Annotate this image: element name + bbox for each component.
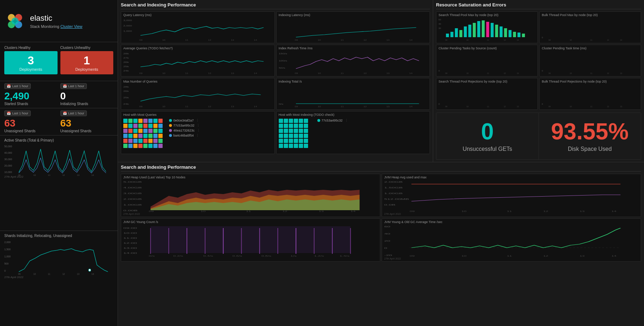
- svg-text:3,000: 3,000: [123, 19, 132, 22]
- disk-space-metric: 93.55% Disk Space Used: [539, 113, 641, 159]
- started-shards-label: Started Shards: [4, 102, 58, 106]
- clusters-healthy-value: 3: [28, 54, 34, 67]
- svg-text:11: 11: [590, 72, 593, 74]
- legend-item-1: 0e0ce34af2a7 ⋮: [169, 119, 200, 122]
- started-shards-value: 2,490: [4, 90, 58, 102]
- svg-text:2,000: 2,000: [123, 25, 132, 27]
- unassigned-shards-1-value: 63: [4, 118, 58, 129]
- svg-rect-101: [133, 129, 138, 133]
- clusters-healthy-card[interactable]: 3 Deployments: [4, 51, 58, 74]
- chart-avg-queries-title: Average Queries (TODO fetches?): [123, 46, 272, 50]
- active-shards-title: Active Shards (Total & Primary): [4, 138, 113, 142]
- svg-rect-142: [304, 124, 308, 128]
- svg-rect-150: [284, 134, 288, 138]
- svg-text:10,000: 10,000: [4, 171, 12, 173]
- svg-rect-102: [138, 129, 143, 133]
- clusters-unhealthy-value: 1: [84, 54, 90, 67]
- unassigned-shards-1-block: 📅 Last 1 hour 63 Unassigned Shards: [4, 110, 58, 133]
- svg-text:13: 13: [620, 105, 622, 107]
- svg-text:12: 12: [208, 73, 211, 74]
- svg-rect-89: [153, 119, 158, 123]
- svg-rect-121: [153, 139, 158, 143]
- chart-cluster-pending-tasks-source-svg: 0 09 10 11 12 13: [439, 51, 535, 74]
- svg-text:50,000: 50,000: [4, 145, 12, 148]
- chart-indexing-latency-title: Indexing Latency (ms): [279, 13, 428, 17]
- svg-text:10: 10: [200, 210, 205, 212]
- svg-text:1,000: 1,000: [4, 255, 11, 258]
- legend-dot-4: [169, 134, 172, 137]
- svg-rect-164: [294, 144, 298, 148]
- top-section: Search and Indexing Performance Query La…: [118, 0, 644, 162]
- svg-text:09: 09: [410, 255, 415, 257]
- host-heatmaps-row: Host with Most Queries // Will be genera…: [121, 111, 430, 154]
- svg-text:11: 11: [185, 106, 188, 107]
- svg-text:0.6/s: 0.6/s: [232, 255, 242, 257]
- svg-text:1.2/s: 1.2/s: [314, 255, 324, 257]
- clusters-healthy-sub: Deployments: [19, 67, 42, 71]
- svg-rect-96: [148, 124, 153, 128]
- svg-text:0.2/s: 0.2/s: [173, 255, 183, 257]
- svg-text:09: 09: [445, 105, 447, 107]
- disk-space-value: 93.55%: [551, 120, 629, 143]
- svg-text:11: 11: [341, 106, 344, 107]
- svg-rect-109: [133, 134, 138, 138]
- svg-rect-137: [279, 124, 283, 128]
- chart-jvm-gc-young-svg: 09:00 10:00 11:00 12:00 13:00 14:00: [123, 224, 378, 257]
- svg-text:12: 12: [504, 72, 506, 74]
- svg-text:09: 09: [445, 72, 447, 74]
- host-most-indexing-panel: Host with Most Indexing (TODO check): [276, 111, 430, 154]
- bottom-section: Search and Indexing Performance JVM Heap…: [118, 162, 644, 326]
- svg-rect-117: [133, 139, 138, 143]
- chart-bulk-thread-pool-max-title: Bulk Thread Pool Max by node (top 20): [542, 13, 639, 17]
- svg-text:0/s: 0/s: [149, 255, 155, 257]
- svg-point-23: [89, 269, 91, 271]
- svg-text:13: 13: [77, 174, 79, 176]
- svg-text:26k: 26k: [123, 61, 129, 64]
- svg-rect-116: [128, 139, 133, 143]
- legend-label-3: 46ea1732623c: [173, 129, 195, 132]
- initializing-shards-time: 📅 Last 1 hour: [60, 83, 87, 89]
- svg-text:11: 11: [48, 273, 50, 275]
- active-shards-chart: 50,000 40,000 30,000 20,000 10,000 09 10…: [4, 144, 113, 176]
- svg-rect-92: [128, 124, 133, 128]
- clusters-unhealthy-card[interactable]: 1 Deployments: [60, 51, 114, 74]
- legend-label-1: 0e0ce34af2a7: [173, 119, 194, 122]
- svg-rect-115: [123, 139, 128, 143]
- clusters-unhealthy-sub: Deployments: [75, 67, 98, 71]
- svg-text:20,000: 20,000: [4, 164, 12, 167]
- svg-rect-153: [299, 134, 303, 138]
- chart-cluster-pending-tasks-source-title: Cluster Pending Tasks by Source (count): [439, 46, 535, 50]
- shards-metric-row-2: 📅 Last 1 hour 63 Unassigned Shards 📅 Las…: [4, 110, 113, 133]
- main-layout: elastic Stack Monitoring Cluster View Cl…: [0, 0, 644, 326]
- unsuccessful-gets-metric: 0 Unsuccessful GETs: [436, 113, 539, 159]
- started-shards-block: 📅 Last 1 hour 2,490 Started Shards: [4, 83, 58, 106]
- svg-text:14: 14: [254, 73, 257, 74]
- chart-jvm-heap-used-svg: 5.00GB 4.00GB 3.00GB 2.00GB 1.00GB 0.00B…: [123, 180, 378, 212]
- svg-text:12: 12: [363, 39, 367, 41]
- svg-text:60: 60: [384, 226, 390, 228]
- svg-text:1,500: 1,500: [4, 248, 11, 251]
- svg-text:11:00: 11:00: [123, 237, 137, 239]
- svg-rect-163: [289, 144, 293, 148]
- svg-rect-98: [158, 124, 163, 128]
- svg-rect-85: [133, 119, 138, 123]
- clusters-unhealthy-box: Clusters Unhealthy 1 Deployments: [60, 46, 114, 74]
- svg-text:12: 12: [363, 106, 367, 107]
- svg-text:14: 14: [254, 106, 257, 107]
- search-charts-grid: Query Latency (ms) 3,000 2,000 1,000 09 …: [121, 11, 430, 110]
- svg-rect-129: [153, 144, 158, 148]
- legend-indexing-label-1: 77c53a495c32: [322, 119, 343, 122]
- shard-init-x-label: 27th April 2022: [4, 276, 113, 279]
- svg-text:12: 12: [504, 105, 506, 107]
- legend-label-2: 77c53a495c32: [173, 124, 194, 127]
- svg-rect-105: [153, 129, 158, 133]
- svg-text:12: 12: [208, 39, 211, 41]
- chart-jvm-heap-avg-svg: 2.00GB 1.50GB 1.00GB 512.00MB 0.0B 09 10…: [384, 180, 639, 212]
- svg-text:3.00GB: 3.00GB: [123, 192, 142, 194]
- svg-point-4: [11, 18, 19, 25]
- svg-text:13: 13: [517, 72, 519, 74]
- svg-rect-94: [138, 124, 143, 128]
- svg-text:09: 09: [549, 39, 551, 41]
- chart-jvm-heap-avg-title: JVM Heap Avg used and max: [384, 176, 639, 179]
- svg-text:50: 50: [439, 18, 441, 21]
